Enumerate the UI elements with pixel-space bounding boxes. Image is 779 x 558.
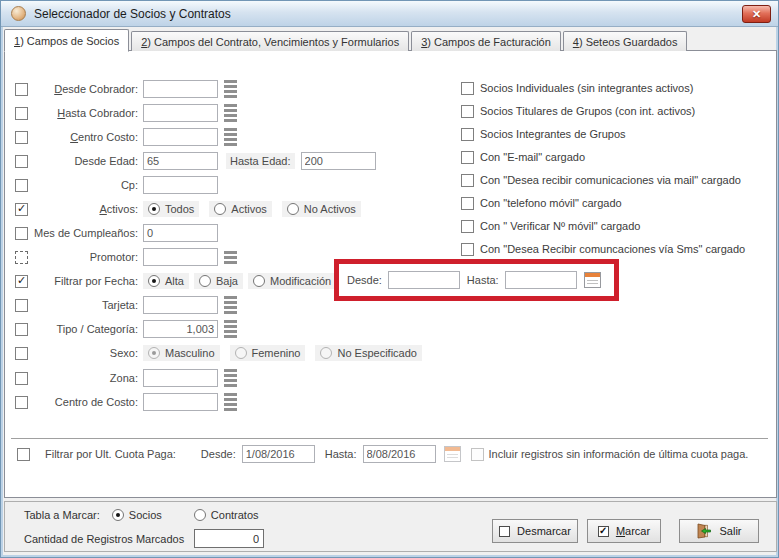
horizontal-divider — [11, 438, 768, 440]
list-lookup-icon[interactable] — [224, 320, 237, 338]
check-con-desea-recibir-sms[interactable]: Con "Desea Recibir comuncaciones vía Sms… — [461, 240, 745, 258]
hasta-cobrador-checkbox[interactable] — [15, 107, 28, 120]
filtrar-fecha-checkbox[interactable] — [15, 275, 28, 288]
centro-de-costo-input[interactable] — [143, 393, 218, 411]
checkbox[interactable] — [461, 82, 474, 95]
promotor-checkbox[interactable] — [15, 251, 28, 264]
close-button[interactable]: ✕ — [742, 5, 771, 23]
fecha-hasta-label: Hasta: — [467, 274, 499, 286]
tab-strip: 1) Campos de Socios 2) Campos del Contra… — [4, 28, 689, 51]
window-title: Seleccionador de Socios y Contratos — [34, 7, 231, 21]
checkbox[interactable] — [461, 105, 474, 118]
row-promotor: Promotor: — [15, 247, 237, 267]
tab-seteos-guardados[interactable]: 4) Seteos Guardados — [563, 31, 688, 51]
checkbox[interactable] — [461, 220, 474, 233]
hasta-cobrador-label: Hasta Cobrador: — [28, 107, 138, 119]
edad-checkbox[interactable] — [15, 155, 28, 168]
activos-radio-todos[interactable]: Todos — [143, 201, 199, 217]
fecha-radio-alta[interactable]: Alta — [143, 273, 189, 289]
radio-icon — [148, 203, 160, 215]
activos-radio-activos[interactable]: Activos — [209, 201, 271, 217]
cantidad-label: Cantidad de Registros Marcados — [24, 533, 184, 545]
cp-checkbox[interactable] — [15, 179, 28, 192]
list-lookup-icon[interactable] — [224, 369, 237, 387]
fecha-desde-input[interactable] — [388, 271, 460, 289]
list-lookup-icon[interactable] — [224, 80, 237, 98]
centro-costo-checkbox[interactable] — [15, 131, 28, 144]
bottom-panel: Tabla a Marcar: Socios Contratos Cantida… — [4, 501, 777, 552]
title-bar: Seleccionador de Socios y Contratos ✕ — [1, 1, 778, 27]
radio-icon — [148, 347, 160, 359]
tarjeta-input[interactable] — [143, 296, 218, 314]
cp-input[interactable] — [143, 176, 218, 194]
zona-label: Zona: — [28, 372, 138, 384]
tabla-radio-socios[interactable]: Socios — [110, 508, 164, 522]
desde-edad-input[interactable] — [143, 152, 218, 170]
cuota-hasta-input[interactable] — [363, 445, 436, 463]
checkbox[interactable] — [461, 151, 474, 164]
zona-checkbox[interactable] — [15, 372, 28, 385]
hasta-edad-input[interactable] — [301, 152, 376, 170]
tabla-a-marcar-row: Tabla a Marcar: Socios Contratos — [24, 508, 271, 522]
hasta-edad-label: Hasta Edad: — [226, 153, 295, 169]
salir-button[interactable]: Salir — [679, 519, 759, 543]
fecha-radio-modificacion[interactable]: Modificación — [248, 273, 336, 289]
tab-campos-de-socios[interactable]: 1) Campos de Socios — [4, 29, 129, 52]
desde-cobrador-checkbox[interactable] — [15, 83, 28, 96]
fecha-desde-label: Desde: — [347, 274, 382, 286]
fecha-radio-baja[interactable]: Baja — [194, 273, 243, 289]
radio-icon — [199, 275, 211, 287]
calendar-icon[interactable] — [584, 272, 601, 288]
mes-cumpleanos-input[interactable] — [143, 224, 218, 242]
list-lookup-icon[interactable] — [224, 251, 237, 264]
desde-cobrador-input[interactable] — [143, 80, 218, 98]
cuota-desde-input[interactable] — [242, 445, 315, 463]
row-filtrar-ult-cuota-paga: Filtrar por Ult. Cuota Paga: Desde: Hast… — [17, 444, 748, 464]
tab-campos-del-contrato[interactable]: 2) Campos del Contrato, Vencimientos y F… — [131, 31, 409, 51]
tipo-categoria-checkbox[interactable] — [15, 323, 28, 336]
row-centro-de-costo: Centro de Costo: — [15, 392, 237, 412]
cantidad-input[interactable] — [194, 529, 264, 548]
promotor-label: Promotor: — [28, 251, 138, 263]
activos-label: Activos: — [28, 203, 138, 215]
centro-de-costo-checkbox[interactable] — [15, 396, 28, 409]
tipo-categoria-input[interactable] — [143, 320, 218, 338]
tab-campos-de-facturacion[interactable]: 3) Campos de Facturación — [411, 31, 561, 51]
promotor-input[interactable] — [143, 248, 218, 266]
list-lookup-icon[interactable] — [224, 393, 237, 411]
list-lookup-icon[interactable] — [224, 104, 237, 122]
tabla-radio-contratos[interactable]: Contratos — [192, 508, 261, 522]
centro-de-costo-label: Centro de Costo: — [28, 396, 138, 408]
checkbox[interactable] — [461, 243, 474, 256]
check-socios-titulares[interactable]: Socios Titulares de Grupos (con int. act… — [461, 102, 695, 120]
list-lookup-icon[interactable] — [224, 128, 237, 146]
cuota-paga-checkbox[interactable] — [17, 448, 30, 461]
check-socios-individuales[interactable]: Socios Individuales (sin integrantes act… — [461, 79, 693, 97]
hasta-cobrador-input[interactable] — [143, 104, 218, 122]
list-lookup-icon[interactable] — [224, 296, 237, 314]
tarjeta-checkbox[interactable] — [15, 299, 28, 312]
check-con-verificar-movil[interactable]: Con " Verificar Nº móvil" cargado — [461, 217, 640, 235]
checkbox[interactable] — [461, 174, 474, 187]
check-con-desea-recibir-mail[interactable]: Con "Desea recibir comunicaciones via ma… — [461, 171, 741, 189]
calendar-icon[interactable] — [444, 446, 461, 462]
centro-costo-label: Centro Costo: — [28, 131, 138, 143]
checkbox[interactable] — [461, 197, 474, 210]
row-cp: Cp: — [15, 175, 218, 195]
check-con-email[interactable]: Con "E-mail" cargado — [461, 148, 585, 166]
zona-input[interactable] — [143, 369, 218, 387]
desmarcar-button[interactable]: Desmarcar — [492, 519, 578, 543]
mes-cumpleanos-checkbox[interactable] — [15, 227, 28, 240]
activos-radio-no-activos[interactable]: No Activos — [282, 201, 361, 217]
activos-checkbox[interactable] — [15, 203, 28, 216]
radio-icon — [112, 509, 124, 521]
fecha-hasta-input[interactable] — [505, 271, 577, 289]
marcar-button[interactable]: Marcar — [587, 519, 661, 543]
row-tipo-categoria: Tipo / Categoría: — [15, 319, 237, 339]
check-con-telefono-movil[interactable]: Con "telefono móvil" cargado — [461, 194, 622, 212]
centro-costo-input[interactable] — [143, 128, 218, 146]
checkbox[interactable] — [461, 128, 474, 141]
check-socios-integrantes[interactable]: Socios Integrantes de Grupos — [461, 125, 626, 143]
incluir-registros-label: Incluir registros sin información de últ… — [489, 448, 749, 460]
sexo-checkbox[interactable] — [15, 347, 28, 360]
